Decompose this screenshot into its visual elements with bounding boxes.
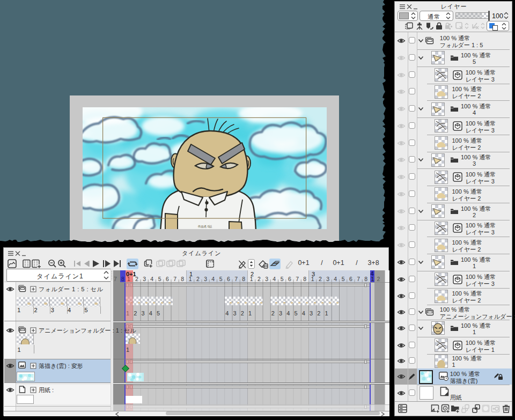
svg-text:作品名 0話: 作品名 0話: [198, 225, 212, 228]
